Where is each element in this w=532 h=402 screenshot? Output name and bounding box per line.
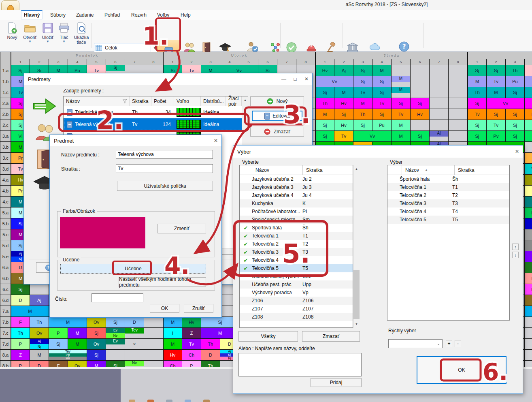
timetable-row-label[interactable]: 6.c <box>0 284 11 295</box>
timetable-cell[interactable]: Tv <box>391 109 411 120</box>
user-fields-button[interactable]: Užívateľské políčka <box>117 181 213 191</box>
timetable-cell[interactable]: Sj <box>524 152 532 164</box>
timetable-cell[interactable]: Nv <box>125 360 144 367</box>
timetable-cell[interactable]: Sj <box>524 98 532 109</box>
menu-help[interactable]: Help <box>178 11 193 19</box>
timetable-cell[interactable]: D <box>201 349 220 361</box>
timetable-row-label[interactable]: 7.b <box>0 316 11 328</box>
timetable-cell[interactable] <box>524 360 532 367</box>
column-header[interactable] <box>387 165 402 175</box>
timetable-cell[interactable] <box>429 65 449 76</box>
room-row[interactable]: KuchynkaK <box>240 199 353 207</box>
timetable-cell[interactable]: Hv <box>524 207 532 218</box>
timetable-cell[interactable]: M <box>163 316 182 328</box>
view-select[interactable]: Celok ▼ <box>94 43 159 53</box>
timetable-cell[interactable]: Sj <box>467 130 487 142</box>
timetable-cell[interactable]: M <box>11 306 49 317</box>
timetable-cell[interactable]: Aj <box>334 65 353 76</box>
timetable-cell[interactable]: TevPpVv <box>49 349 87 361</box>
ok-button[interactable]: OK <box>417 356 506 384</box>
timetable-cell[interactable]: M <box>315 109 334 120</box>
timetable-cell[interactable]: Hv <box>315 65 334 76</box>
timetable-row-label[interactable]: 1.a <box>0 65 11 76</box>
timetable-cell[interactable] <box>429 76 449 87</box>
timetable-cell[interactable]: Sj <box>391 98 411 109</box>
timetable-cell[interactable]: Th <box>353 109 372 120</box>
timetable-row-label[interactable]: 7.d <box>0 338 11 350</box>
select-all-button[interactable]: Všetky <box>238 331 298 342</box>
timetable-cell[interactable]: Ch <box>163 360 182 367</box>
timetable-row-label[interactable]: 5.e <box>0 251 11 262</box>
timetable-cell[interactable] <box>448 120 468 131</box>
timetable-cell[interactable]: Hv <box>163 349 182 361</box>
timetable-cell[interactable]: Vv <box>315 76 353 87</box>
timetable-cell[interactable]: Sj <box>505 109 525 120</box>
timetable-cell[interactable]: Tv <box>467 109 487 120</box>
room-row[interactable]: Spoločenská miestn...Sm <box>240 216 353 224</box>
timetable-cell[interactable]: M <box>391 87 411 98</box>
timetable-cell[interactable]: Ov <box>87 316 106 328</box>
timetable-cell[interactable]: Sj <box>315 120 334 131</box>
print-preview-button[interactable]: Ukážka tlače <box>72 22 91 45</box>
open-button[interactable]: Otvoriť ▼ <box>21 22 39 43</box>
timetable-cell[interactable] <box>106 349 125 361</box>
save-button[interactable]: Uložiť ▼ <box>40 22 56 43</box>
set-all-lessons-button[interactable]: Nastaviť všetkým hodinám tohoto predmetu <box>119 277 206 287</box>
timetable-cell[interactable]: Th <box>315 98 334 109</box>
timetable-cell[interactable]: EvNv <box>106 327 125 339</box>
column-header[interactable] <box>240 165 252 175</box>
timetable-row-label[interactable]: 3.a <box>0 130 11 142</box>
taskbar-icon[interactable] <box>147 400 154 402</box>
change-color-button[interactable]: Zmeniť <box>157 224 206 233</box>
timetable-cell[interactable] <box>391 65 411 76</box>
subject-name-input[interactable] <box>116 150 213 159</box>
timetable-cell[interactable]: Ov <box>30 327 49 339</box>
timetable-cell[interactable] <box>429 109 449 120</box>
column-header[interactable]: Žiaci potr <box>226 96 242 106</box>
timetable-cell[interactable]: Sj <box>106 316 125 328</box>
timetable-cell[interactable]: Sj <box>486 109 506 120</box>
timetable-cell[interactable]: Th <box>467 87 487 98</box>
subject-row[interactable]: Telesná výchovaTv124Ideálna <box>64 118 242 130</box>
menu-volby[interactable]: Voľby <box>155 11 172 19</box>
timetable-cell[interactable]: AjNj <box>30 338 49 350</box>
timetable-cell[interactable]: Sj <box>410 130 430 142</box>
quick-select-combo[interactable]: ⌄ <box>388 339 443 348</box>
timetable-cell[interactable]: P <box>11 338 30 350</box>
timetable-cell[interactable] <box>524 185 532 197</box>
timetable-row-label[interactable]: 6.d <box>0 295 11 306</box>
timetable-cell[interactable] <box>448 98 468 109</box>
timetable-cell[interactable]: Sj <box>467 65 487 76</box>
quick-remove-button[interactable]: - <box>455 340 461 347</box>
timetable-cell[interactable]: Th <box>30 316 49 328</box>
timetable-cell[interactable]: Sj <box>372 109 392 120</box>
timetable-cell[interactable]: Ch <box>182 349 201 361</box>
timetable-row-label[interactable]: 4.a <box>0 174 11 186</box>
room-row[interactable]: Jazyková učebňa 4Ju 4 <box>240 191 353 199</box>
clear-button[interactable]: Zmazať <box>302 331 360 342</box>
timetable-cell[interactable] <box>524 240 532 251</box>
timetable-cell[interactable]: Tv <box>524 65 532 76</box>
scroll-up-icon[interactable]: ▲ <box>353 165 360 172</box>
quick-add-button[interactable]: + <box>446 340 452 347</box>
timetable-cell[interactable]: M <box>49 316 87 328</box>
timetable-cell[interactable]: Hv <box>410 109 430 120</box>
timetable-cell[interactable] <box>30 284 49 295</box>
timetable-cell[interactable]: P <box>49 327 68 339</box>
timetable-cell[interactable]: Pv <box>486 130 506 142</box>
timetable-row-label[interactable]: 5.d <box>0 240 11 251</box>
close-icon[interactable]: ✕ <box>301 75 312 83</box>
timetable-cell[interactable]: Sj <box>467 120 487 131</box>
timetable-row-label[interactable]: 5.c <box>0 229 11 240</box>
menu-pohlad[interactable]: Pohľad <box>102 11 122 19</box>
column-header[interactable]: Názov <box>64 96 130 106</box>
timetable-cell[interactable]: Sj <box>87 327 106 339</box>
timetable-cell[interactable]: Pu <box>372 120 392 131</box>
timetable-row-label[interactable]: 3.b <box>0 141 11 153</box>
timetable-cell[interactable]: Pu <box>505 76 525 87</box>
timetable-cell[interactable]: Sj <box>467 98 487 109</box>
timetable-cell[interactable]: M <box>391 120 411 131</box>
timetable-cell[interactable]: M <box>372 65 392 76</box>
maximize-icon[interactable]: □ <box>289 75 301 83</box>
timetable-cell[interactable]: F <box>11 316 30 328</box>
